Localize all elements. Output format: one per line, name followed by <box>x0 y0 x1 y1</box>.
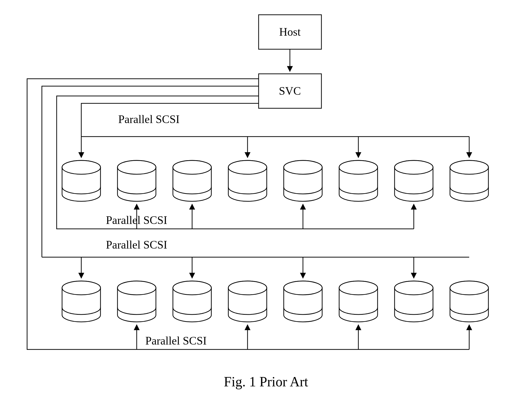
bus-4-label: Parallel SCSI <box>145 334 207 347</box>
disk <box>284 160 322 201</box>
disk-row-2 <box>62 281 488 322</box>
svc-box: SVC <box>259 74 321 108</box>
disk <box>62 160 100 201</box>
disk <box>339 281 378 322</box>
disk <box>284 281 322 322</box>
disk <box>339 160 378 201</box>
svc-label: SVC <box>279 85 301 97</box>
disk <box>117 160 156 201</box>
disk <box>395 160 433 201</box>
disk <box>173 281 211 322</box>
host-label: Host <box>279 26 301 38</box>
figure-caption: Fig. 1 Prior Art <box>224 374 308 389</box>
bus-2-label: Parallel SCSI <box>106 214 167 226</box>
host-box: Host <box>259 15 321 49</box>
disk <box>228 160 267 201</box>
disk <box>62 281 100 322</box>
disk <box>173 160 211 201</box>
disk <box>228 281 267 322</box>
disk <box>117 281 156 322</box>
disk <box>450 160 488 201</box>
disk-row-1 <box>62 160 488 201</box>
bus-1-label: Parallel SCSI <box>118 113 180 126</box>
disk <box>395 281 433 322</box>
bus-3-label: Parallel SCSI <box>106 238 167 251</box>
bus-1: Parallel SCSI <box>81 103 469 157</box>
disk <box>450 281 488 322</box>
